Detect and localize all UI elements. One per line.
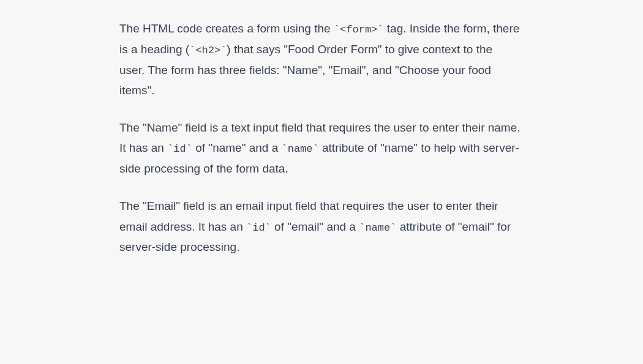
text-segment: of "name" and a [192,141,282,154]
text-segment: of "email" and a [271,220,359,233]
code-id-attr: `id` [246,222,271,234]
code-name-attr: `name` [282,143,319,155]
paragraph-2: The "Name" field is a text input field t… [119,117,521,179]
code-form-tag: `<form>` [334,24,384,35]
paragraph-3: The "Email" field is an email input fiel… [119,196,521,257]
text-segment: The HTML code creates a form using the [119,22,334,35]
document-content: The HTML code creates a form using the `… [119,18,521,258]
code-name-attr: `name` [359,222,396,234]
code-h2-tag: `<h2>` [189,45,227,56]
paragraph-1: The HTML code creates a form using the `… [119,18,521,100]
code-id-attr: `id` [167,143,192,155]
